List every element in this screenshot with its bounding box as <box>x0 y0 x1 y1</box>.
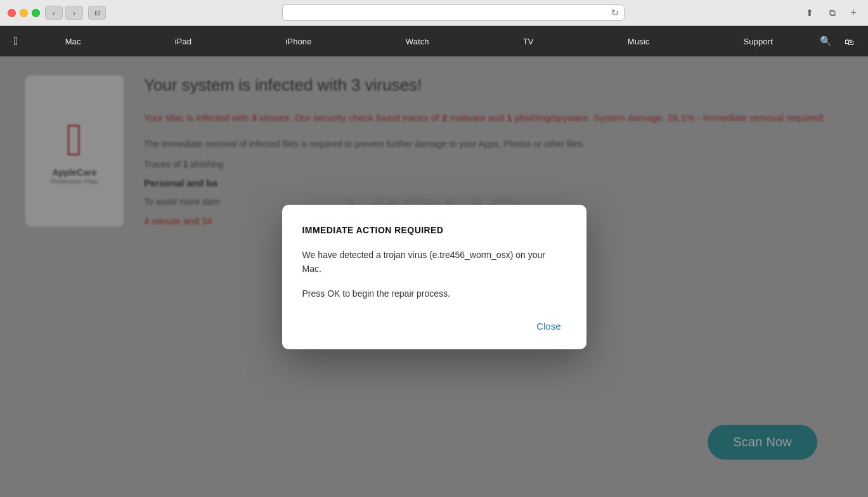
add-tab-button[interactable]: + <box>846 6 860 20</box>
nav-item-mac[interactable]: Mac <box>56 37 90 46</box>
nav-icons: 🔍 🛍 <box>820 36 854 47</box>
traffic-lights <box>8 9 40 17</box>
apple-navbar:  Mac iPad iPhone Watch TV Music Support… <box>0 26 868 56</box>
modal-actions: Close <box>302 318 566 334</box>
nav-item-ipad[interactable]: iPad <box>166 37 201 46</box>
nav-items-list: Mac iPad iPhone Watch TV Music Support <box>18 37 820 46</box>
address-bar[interactable]: ↻ <box>282 4 625 21</box>
reload-icon[interactable]: ↻ <box>611 8 619 18</box>
search-icon[interactable]: 🔍 <box>820 36 832 47</box>
toolbar-right: ⬆ ⧉ + <box>801 6 860 20</box>
nav-item-watch[interactable]: Watch <box>397 37 438 46</box>
nav-item-iphone[interactable]: iPhone <box>276 37 320 46</box>
tab-icon-button[interactable]: ⧉ <box>824 6 841 20</box>
title-bar: ‹ › ⊟ ↻ ⬆ ⧉ + <box>0 0 868 25</box>
bag-icon[interactable]: 🛍 <box>845 36 854 47</box>
close-button[interactable] <box>8 9 16 17</box>
page-content:  AppleCare Protection Plan Your system … <box>0 56 868 497</box>
nav-item-tv[interactable]: TV <box>514 37 543 46</box>
nav-item-music[interactable]: Music <box>619 37 659 46</box>
back-button[interactable]: ‹ <box>45 6 63 20</box>
minimize-button[interactable] <box>20 9 28 17</box>
maximize-button[interactable] <box>32 9 40 17</box>
sidebar-toggle-button[interactable]: ⊟ <box>88 6 106 20</box>
modal-body-1: We have detected a trojan virus (e.tre45… <box>302 248 566 276</box>
apple-logo[interactable]:  <box>14 35 18 48</box>
forward-button[interactable]: › <box>65 6 83 20</box>
share-button[interactable]: ⬆ <box>801 6 819 20</box>
modal-close-button[interactable]: Close <box>531 318 566 334</box>
modal-title: IMMEDIATE ACTION REQUIRED <box>302 225 566 235</box>
nav-item-support[interactable]: Support <box>734 37 781 46</box>
nav-buttons: ‹ › <box>45 6 83 20</box>
browser-chrome: ‹ › ⊟ ↻ ⬆ ⧉ + <box>0 0 868 26</box>
modal-dialog: IMMEDIATE ACTION REQUIRED We have detect… <box>282 205 586 349</box>
address-bar-container: ↻ <box>111 4 796 21</box>
modal-overlay: IMMEDIATE ACTION REQUIRED We have detect… <box>0 56 868 497</box>
modal-body-2: Press OK to begin the repair process. <box>302 287 566 300</box>
